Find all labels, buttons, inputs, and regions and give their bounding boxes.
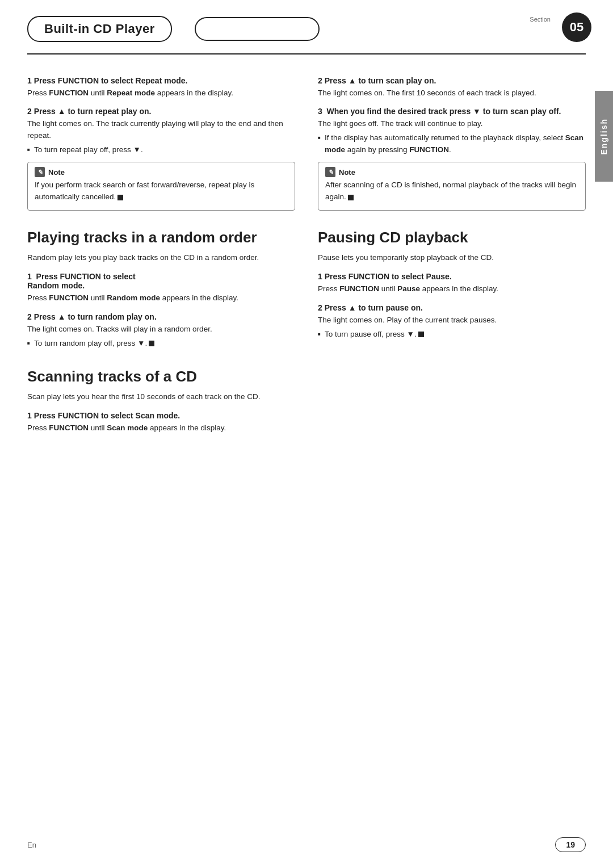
repeat-step1-body: Press FUNCTION until Repeat mode appears…: [27, 87, 295, 99]
pause-section-heading: Pausing CD playback: [318, 229, 586, 246]
repeat-note-title: ✎ Note: [35, 167, 288, 177]
scan-step2-body: The light comes on. The first 10 seconds…: [318, 87, 586, 99]
scan-step3-heading: 3 When you find the desired track press …: [318, 107, 586, 116]
pause-step1-body: Press FUNCTION until Pause appears in th…: [318, 283, 586, 295]
pause-step2-heading: 2 Press ▲ to turn pause on.: [318, 303, 586, 312]
random-step2-bullet: To turn random play off, press ▼.: [27, 338, 295, 350]
language-sidebar: English: [595, 91, 613, 182]
note-icon: ✎: [35, 167, 45, 177]
pause-step2-body: The light comes on. Play of the current …: [318, 315, 586, 326]
random-step1-heading: 1 Press FUNCTION to selectRandom mode.: [27, 272, 295, 290]
repeat-note-box: ✎ Note If you perform track search or fa…: [27, 162, 295, 211]
random-intro: Random play lets you play back tracks on…: [27, 252, 295, 264]
scan-note-title: ✎ Note: [325, 167, 578, 177]
pause-step1-heading: 1 Press FUNCTION to select Pause.: [318, 272, 586, 281]
scan-step2-heading: 2 Press ▲ to turn scan play on.: [318, 76, 586, 85]
section-label: Section: [530, 16, 551, 23]
scan-step1-heading: 1 Press FUNCTION to select Scan mode.: [27, 411, 295, 420]
footer-page-number: 19: [555, 837, 586, 852]
random-step1-body: Press FUNCTION until Random mode appears…: [27, 292, 295, 304]
scan-step1-body: Press FUNCTION until Scan mode appears i…: [27, 422, 295, 434]
page: Built-in CD Player Section 05 English 1 …: [0, 0, 613, 868]
random-step2-heading: 2 Press ▲ to turn random play on.: [27, 312, 295, 321]
repeat-step2-body: The light comes on. The track currently …: [27, 118, 295, 142]
footer: En 19: [0, 837, 613, 852]
repeat-step2-bullet: To turn repeat play off, press ▼.: [27, 144, 295, 156]
note-icon-2: ✎: [325, 167, 335, 177]
pause-intro: Pause lets you temporarily stop playback…: [318, 252, 586, 264]
right-column: 2 Press ▲ to turn scan play on. The ligh…: [318, 68, 586, 437]
left-column: 1 Press FUNCTION to select Repeat mode. …: [27, 68, 295, 437]
footer-en-label: En: [27, 841, 36, 849]
scan-note-body: After scanning of a CD is finished, norm…: [325, 179, 578, 203]
scan-step3-body: The light goes off. The track will conti…: [318, 118, 586, 130]
scan-section-heading: Scanning tracks of a CD: [27, 368, 295, 385]
repeat-step2-heading: 2 Press ▲ to turn repeat play on.: [27, 107, 295, 116]
main-content: 1 Press FUNCTION to select Repeat mode. …: [0, 54, 613, 437]
scan-note-box: ✎ Note After scanning of a CD is finishe…: [318, 162, 586, 211]
scan-intro: Scan play lets you hear the first 10 sec…: [27, 391, 295, 403]
repeat-step1-heading: 1 Press FUNCTION to select Repeat mode.: [27, 76, 295, 85]
repeat-note-body: If you perform track search or fast forw…: [35, 179, 288, 203]
header: Built-in CD Player Section 05: [0, 0, 613, 48]
pause-step2-bullet: To turn pause off, press ▼.: [318, 329, 586, 341]
scan-step3-bullet: If the display has automatically returne…: [318, 132, 586, 156]
random-step2-body: The light comes on. Tracks will play in …: [27, 324, 295, 336]
language-label: English: [599, 118, 608, 155]
page-title: Built-in CD Player: [27, 16, 172, 42]
random-section-heading: Playing tracks in a random order: [27, 229, 295, 246]
header-empty-box: [195, 17, 320, 41]
section-number: 05: [562, 12, 591, 42]
